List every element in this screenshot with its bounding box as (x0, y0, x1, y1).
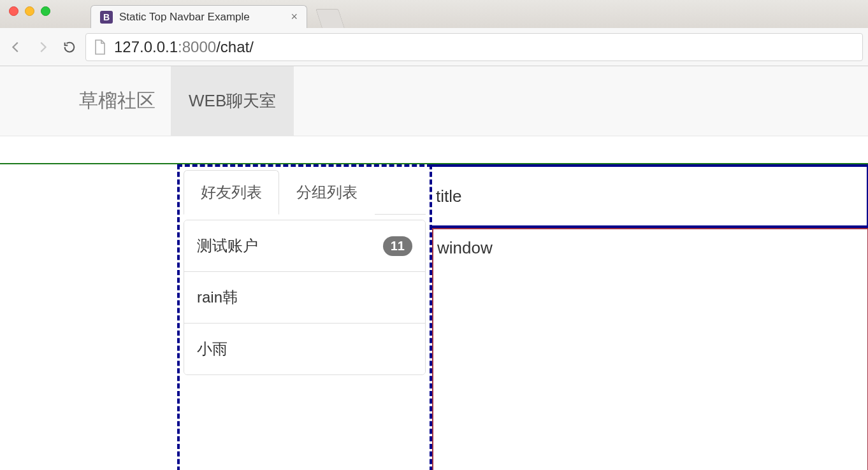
browser-tab[interactable]: B Static Top Navbar Example × (90, 5, 307, 28)
url-text: 127.0.0.1:8000/chat/ (114, 38, 254, 56)
list-item[interactable]: 测试账户 11 (184, 220, 425, 272)
maximize-window-button[interactable] (41, 6, 50, 16)
unread-badge: 11 (383, 236, 412, 256)
friend-name: 测试账户 (197, 236, 258, 256)
reload-icon (62, 40, 76, 54)
minimize-window-button[interactable] (25, 6, 34, 16)
browser-tab-title: Static Top Navbar Example (119, 11, 284, 24)
list-item[interactable]: rain韩 (184, 272, 425, 324)
reload-button[interactable] (59, 36, 80, 58)
chat-area: title window (432, 164, 868, 470)
page-navbar: 草榴社区 WEB聊天室 (0, 66, 868, 136)
browser-tab-strip: B Static Top Navbar Example × (0, 0, 868, 28)
main-content-row: 好友列表 分组列表 测试账户 11 rain韩 小雨 title window (0, 163, 868, 470)
friend-name: rain韩 (197, 287, 238, 308)
friends-list: 测试账户 11 rain韩 小雨 (184, 220, 426, 375)
back-button[interactable] (5, 36, 27, 58)
contact-panel: 好友列表 分组列表 测试账户 11 rain韩 小雨 (177, 164, 432, 470)
url-host: 127.0.0.1 (114, 38, 178, 55)
list-item[interactable]: 小雨 (184, 324, 425, 374)
url-port: :8000 (178, 38, 216, 55)
chat-window-text: window (437, 238, 493, 257)
left-gutter (0, 164, 177, 470)
forward-button[interactable] (32, 36, 54, 58)
forward-arrow-icon (36, 40, 50, 54)
browser-toolbar: 127.0.0.1:8000/chat/ (0, 28, 868, 66)
close-tab-icon[interactable]: × (291, 10, 298, 24)
window-controls (9, 6, 50, 16)
tab-groups[interactable]: 分组列表 (279, 170, 375, 215)
file-page-icon (94, 39, 106, 55)
friend-name: 小雨 (197, 339, 228, 359)
contact-tabs: 好友列表 分组列表 (184, 169, 426, 215)
navbar-brand[interactable]: 草榴社区 (64, 66, 171, 136)
new-tab-button[interactable] (315, 9, 345, 28)
chat-window: window (432, 228, 868, 470)
chat-title-text: title (436, 187, 461, 206)
bootstrap-favicon-icon: B (100, 11, 113, 24)
tab-friends[interactable]: 好友列表 (184, 170, 279, 215)
spacer (0, 136, 868, 163)
chat-title-bar: title (432, 164, 868, 228)
address-bar[interactable]: 127.0.0.1:8000/chat/ (85, 33, 863, 61)
url-path: /chat/ (216, 38, 254, 55)
navbar-link-webchat[interactable]: WEB聊天室 (171, 66, 294, 136)
back-arrow-icon (9, 40, 23, 54)
close-window-button[interactable] (9, 6, 18, 16)
